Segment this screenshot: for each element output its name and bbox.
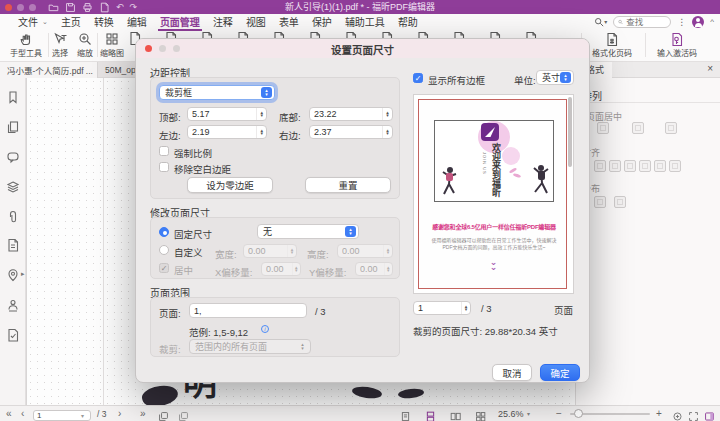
preview-page-label: 页面 (554, 303, 573, 317)
fit-page-button[interactable] (672, 409, 683, 421)
crop-box-outline[interactable]: JOIN US 欢迎来到福昕 感谢您和全球6.5亿用户一样信任福昕PDF编辑器 … (418, 99, 567, 289)
account-avatar[interactable] (692, 16, 704, 28)
menu-form[interactable]: 表单 (279, 14, 299, 29)
preview-scrollbar[interactable] (568, 97, 572, 167)
page-range-field[interactable] (189, 303, 307, 318)
activation-code-button[interactable]: 输入激活码 (648, 32, 706, 58)
cancel-button[interactable]: 取消 (492, 364, 532, 381)
reset-button[interactable]: 重置 (305, 177, 391, 193)
next-page-button[interactable]: › (118, 406, 121, 421)
single-page-view-button[interactable] (400, 409, 411, 421)
hand-tool-button[interactable]: 手型工具 (6, 32, 46, 58)
menu-convert[interactable]: 转换 (94, 14, 114, 29)
page-range-total: / 3 (315, 306, 326, 317)
pages-icon[interactable] (6, 120, 20, 134)
stepper-icon[interactable]: ▴▾ (256, 126, 266, 138)
align-top-button[interactable] (639, 160, 651, 172)
center-both-button[interactable] (665, 122, 677, 134)
menu-comment[interactable]: 注释 (213, 14, 233, 29)
facing-view-button[interactable] (450, 409, 461, 421)
page-number-input[interactable] (37, 411, 81, 420)
stepper-icon[interactable]: ▴▾ (256, 108, 266, 120)
overflow-menu-icon[interactable]: ⋮ (677, 17, 686, 27)
search-mode-icon[interactable]: ▾ (594, 17, 607, 27)
remove-blank-label: 移除空白边距 (174, 162, 231, 176)
align-right-button[interactable] (624, 160, 636, 172)
left-margin-field[interactable]: ▴▾ (187, 125, 267, 139)
menu-protect[interactable]: 保护 (312, 14, 332, 29)
box-type-dropdown[interactable]: 裁剪框 ▴▾ (159, 85, 275, 100)
show-borders-label: 显示所有边框 (428, 73, 485, 87)
remove-blank-checkbox[interactable] (159, 162, 169, 172)
align-center-button[interactable] (609, 160, 621, 172)
file-icon[interactable] (6, 238, 20, 252)
zoom-out-button[interactable]: − (556, 406, 562, 421)
right-margin-field[interactable]: ▴▾ (309, 125, 393, 139)
zero-margin-button[interactable]: 设为零边距 (187, 177, 273, 193)
last-page-button[interactable]: » (140, 406, 146, 421)
zoom-caret-icon[interactable]: ▾ (527, 406, 530, 421)
clipboard-icon[interactable] (178, 409, 189, 421)
info-icon[interactable]: i (261, 325, 269, 333)
signature-icon[interactable] (6, 298, 20, 312)
fixed-size-dropdown[interactable]: 无 ▴▾ (257, 224, 359, 239)
stepper-icon[interactable]: ▴▾ (461, 302, 470, 314)
comments-icon[interactable] (6, 150, 20, 164)
doc-tab-resume[interactable]: 冯小惠-个人简历.pdf ... (0, 62, 98, 78)
welcome-text: 欢迎来到福昕 (490, 143, 503, 197)
panel-expand-arrow[interactable]: ▸ (21, 270, 25, 278)
custom-size-radio[interactable] (159, 245, 169, 255)
menu-home[interactable]: 主页 (61, 14, 81, 29)
preview-page-field[interactable]: ▴▾ (413, 301, 471, 315)
grid-view-button[interactable] (475, 409, 486, 421)
destinations-icon[interactable] (6, 268, 20, 282)
prev-page-button[interactable]: ‹ (21, 406, 24, 421)
menu-edit[interactable]: 编辑 (127, 14, 147, 29)
align-left-button[interactable] (594, 160, 606, 172)
continuous-view-button[interactable] (425, 409, 436, 421)
zoom-in-button[interactable]: + (656, 406, 662, 421)
zoom-tool-button[interactable]: 缩放 (72, 32, 98, 58)
menubar-right-cluster: ▾ ⋮ ^ (594, 14, 714, 29)
force-ratio-checkbox[interactable] (159, 146, 169, 156)
distribute-vertical-button[interactable] (614, 196, 626, 208)
panel-toggle-button[interactable] (704, 409, 715, 421)
snapshot-icon[interactable] (158, 409, 169, 421)
page-edge-line (103, 78, 104, 405)
unit-dropdown[interactable]: 英寸 ▴▾ (536, 70, 574, 85)
range-group: 页面: / 3 范例: 1,5-9,12 i 裁剪: 范围内的所有页面 ▴▾ (150, 297, 400, 357)
close-icon[interactable]: × (707, 63, 713, 74)
ok-button[interactable]: 确定 (540, 364, 580, 381)
stepper-icon[interactable]: ▴▾ (382, 108, 392, 120)
menu-help[interactable]: 帮助 (398, 14, 418, 29)
fullscreen-button[interactable] (688, 409, 699, 421)
zoom-slider-knob[interactable] (574, 409, 583, 418)
validation-icon[interactable] (6, 328, 20, 342)
bookmarks-icon[interactable] (6, 90, 20, 104)
zoom-level-label[interactable]: 25.6% (498, 406, 524, 421)
center-label: 居中 (174, 263, 193, 277)
select-tool-button[interactable]: 选择 (46, 32, 74, 58)
menu-accessibility[interactable]: 辅助工具 (345, 14, 385, 29)
top-margin-field[interactable]: ▴▾ (187, 107, 267, 121)
attachments-icon[interactable] (6, 210, 20, 224)
search-input[interactable] (626, 17, 666, 27)
format-page-number-button[interactable]: 格式化页码 (585, 32, 639, 58)
center-vertical-button[interactable] (632, 122, 644, 134)
align-middle-button[interactable] (654, 160, 666, 172)
thumbnail-tool-button[interactable]: 缩略图 (97, 32, 127, 58)
menu-page-management[interactable]: 页面管理 (160, 14, 200, 29)
menu-file[interactable]: 文件 (18, 14, 38, 29)
fixed-size-radio[interactable] (159, 227, 169, 237)
stepper-icon[interactable]: ▴▾ (382, 126, 392, 138)
custom-size-label: 自定义 (174, 245, 203, 259)
center-horizontal-button[interactable] (597, 122, 609, 134)
collapse-ribbon-icon[interactable]: ^ (710, 17, 714, 26)
bottom-margin-field[interactable]: ▴▾ (309, 107, 393, 121)
menu-view[interactable]: 视图 (246, 14, 266, 29)
layers-icon[interactable] (6, 180, 20, 194)
distribute-horizontal-button[interactable] (594, 196, 606, 208)
align-bottom-button[interactable] (669, 160, 681, 172)
first-page-button[interactable]: « (6, 406, 12, 421)
show-borders-checkbox[interactable]: ✓ (413, 73, 423, 83)
